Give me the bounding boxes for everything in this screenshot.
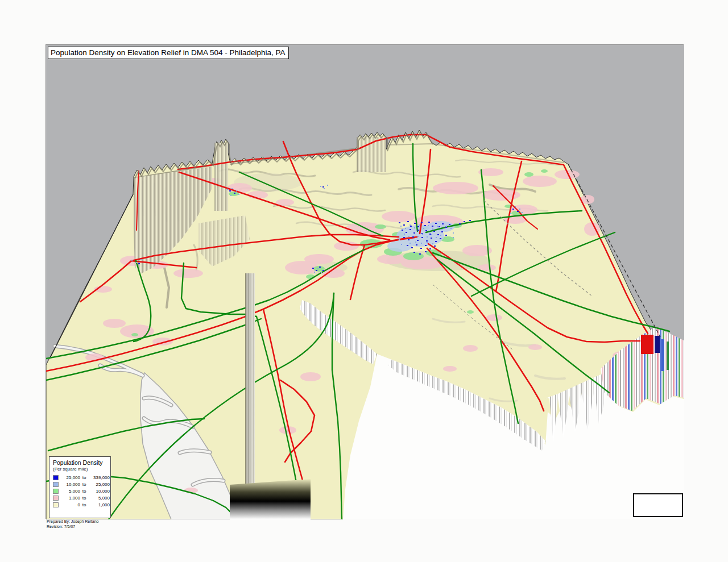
map-3d-render [46, 45, 684, 519]
legend-swatch-5000 [53, 489, 59, 494]
map-data-frame[interactable] [46, 44, 684, 519]
legend-swatch-25000 [53, 475, 59, 480]
legend-to-word: to [80, 496, 88, 501]
legend-row: 0 to 1,000 [53, 501, 110, 508]
legend-upper-label: 339,000 [88, 475, 110, 480]
legend-swatch-0 [53, 502, 59, 507]
map-layout-page: { "window": { "background": "#fbfbfa" },… [0, 0, 728, 562]
extent-inset-box[interactable] [633, 493, 683, 517]
legend-rows: 25,000 to 339,000 10,000 to 25,000 5,000… [53, 474, 110, 508]
legend-from-label: 5,000 [61, 489, 80, 494]
revision-text: Revision: 7/5/07 [47, 524, 98, 529]
legend-row: 25,000 to 339,000 [53, 474, 110, 481]
legend-from-label: 0 [61, 502, 80, 507]
front-fade-cliff [230, 479, 311, 519]
legend-row: 5,000 to 10,000 [53, 488, 110, 494]
legend-upper-label: 25,000 [88, 482, 110, 487]
legend-subtitle: (Per square mile) [53, 467, 110, 472]
legend-from-label: 25,000 [61, 475, 80, 480]
legend-box[interactable]: Population Density (Per square mile) 25,… [49, 456, 111, 518]
legend-to-word: to [80, 502, 88, 507]
legend-swatch-10000 [53, 482, 59, 487]
prepared-by-text: Prepared By: Joseph Reitano [47, 519, 98, 524]
legend-title: Population Density [53, 459, 110, 466]
legend-swatch-1000 [53, 496, 59, 501]
legend-row: 10,000 to 25,000 [53, 481, 110, 488]
legend-from-label: 1,000 [61, 496, 80, 501]
legend-row: 1,000 to 5,000 [53, 494, 110, 501]
legend-upper-label: 1,000 [88, 502, 110, 507]
legend-to-word: to [80, 489, 88, 494]
legend-to-word: to [80, 482, 88, 487]
legend-from-label: 10,000 [61, 482, 80, 487]
map-title-text: Population Density on Elevation Relief i… [51, 48, 286, 57]
legend-to-word: to [80, 475, 88, 480]
credits-block: Prepared By: Joseph Reitano Revision: 7/… [47, 519, 98, 529]
legend-upper-label: 5,000 [88, 496, 110, 501]
legend-upper-label: 10,000 [88, 489, 110, 494]
shore-red-block [641, 335, 653, 354]
map-title-box[interactable]: Population Density on Elevation Relief i… [48, 47, 289, 59]
